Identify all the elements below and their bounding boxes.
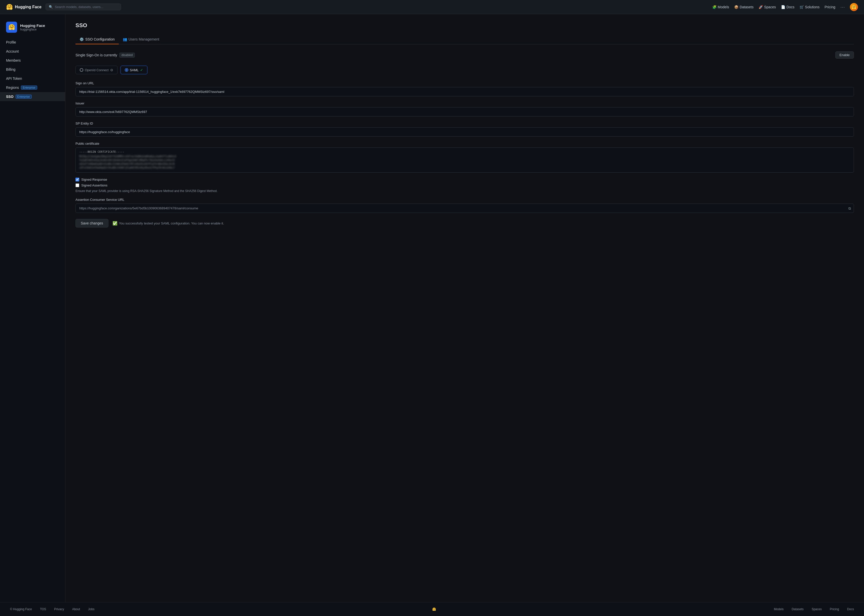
sidebar-item-sso[interactable]: SSO Enterprise xyxy=(0,92,65,101)
public-cert-label: Public certificate xyxy=(75,141,854,145)
search-icon: 🔍 xyxy=(49,5,53,9)
nav-datasets[interactable]: 📦 Datasets xyxy=(734,5,754,9)
cert-blurred-content: MIIDpjCCAo6gAwIBAgIGAY762QMMStz697xkJhQ8… xyxy=(79,154,850,170)
sidebar-item-members[interactable]: Members xyxy=(0,56,65,65)
header: 🤗 Hugging Face 🔍 Search models, datasets… xyxy=(0,0,864,14)
footer-datasets[interactable]: Datasets xyxy=(792,607,804,611)
search-placeholder: Search models, datasets, users... xyxy=(55,5,104,9)
sidebar-handle: huggingface xyxy=(20,28,45,31)
footer-about[interactable]: About xyxy=(72,607,80,611)
more-options-icon[interactable]: ⋯ xyxy=(840,4,845,10)
sp-entity-id-label: SP Entity ID xyxy=(75,121,854,125)
public-cert-container[interactable]: -----BEGIN CERTIFICATE----- MIIDpjCCAo6g… xyxy=(75,148,854,173)
nav-models[interactable]: 🧩 Models xyxy=(712,5,729,9)
sidebar-navigation: Profile Account Members Billing API Toke… xyxy=(0,38,65,101)
nav-solutions[interactable]: 🛒 Solutions xyxy=(800,5,820,9)
acs-url-label: Assertion Consumer Service URL xyxy=(75,198,854,201)
sso-status-text: Single Sign-On is currently disabled xyxy=(75,53,135,58)
tabs: ⚙️ SSO Configuration 👥 Users Management xyxy=(75,35,854,44)
footer-privacy[interactable]: Privacy xyxy=(54,607,64,611)
sidebar-item-billing[interactable]: Billing xyxy=(0,65,65,74)
search-bar[interactable]: 🔍 Search models, datasets, users... xyxy=(46,3,121,10)
sidebar-user: 🤗 Hugging Face huggingface xyxy=(0,19,65,38)
cert-header: -----BEGIN CERTIFICATE----- xyxy=(79,150,850,154)
copy-icon[interactable]: ⧉ xyxy=(848,206,851,211)
footer-tos[interactable]: TOS xyxy=(40,607,46,611)
footer-emoji: 🤗 xyxy=(432,607,436,611)
acs-url-input[interactable] xyxy=(75,204,854,213)
enable-button[interactable]: Enable xyxy=(835,51,854,59)
protocol-selector: OpenId Connect ⊖ SAML ✓ xyxy=(75,66,854,74)
header-nav: 🧩 Models 📦 Datasets 🚀 Spaces 📄 Docs 🛒 So… xyxy=(712,3,858,11)
sidebar-username: Hugging Face xyxy=(20,24,45,28)
main-content: SSO ⚙️ SSO Configuration 👥 Users Managem… xyxy=(65,14,864,602)
signed-assertions-label: Signed Assertions xyxy=(81,184,107,187)
sso-status-row: Single Sign-On is currently disabled Ena… xyxy=(75,51,854,59)
sidebar-item-api-token[interactable]: API Token xyxy=(0,74,65,83)
issuer-label: Issuer xyxy=(75,101,854,105)
signed-response-label: Signed Response xyxy=(81,178,107,181)
nav-docs[interactable]: 📄 Docs xyxy=(781,5,795,9)
main-layout: 🤗 Hugging Face huggingface Profile Accou… xyxy=(0,14,864,602)
acs-url-group: Assertion Consumer Service URL ⧉ xyxy=(75,198,854,213)
footer-pricing[interactable]: Pricing xyxy=(830,607,839,611)
page-title: SSO xyxy=(75,22,854,29)
tab-users-management[interactable]: 👥 Users Management xyxy=(119,35,163,44)
success-icon: ✅ xyxy=(113,221,118,226)
footer-copyright: © Hugging Face xyxy=(10,607,32,611)
sidebar: 🤗 Hugging Face huggingface Profile Accou… xyxy=(0,14,65,602)
save-row: Save changes ✅ You successfully tested y… xyxy=(75,219,854,228)
tab-sso-configuration[interactable]: ⚙️ SSO Configuration xyxy=(75,35,119,44)
users-icon: 👥 xyxy=(123,37,127,41)
public-cert-group: Public certificate -----BEGIN CERTIFICAT… xyxy=(75,141,854,173)
footer: © Hugging Face TOS Privacy About Jobs 🤗 … xyxy=(0,602,864,616)
acs-url-wrapper: ⧉ xyxy=(75,204,854,213)
openid-status-icon: ⊖ xyxy=(110,68,113,72)
footer-jobs[interactable]: Jobs xyxy=(88,607,94,611)
signed-response-checkbox[interactable] xyxy=(75,178,79,181)
signed-assertions-group: Signed Assertions xyxy=(75,184,854,187)
sign-on-url-input[interactable] xyxy=(75,87,854,96)
nav-spaces[interactable]: 🚀 Spaces xyxy=(759,5,776,9)
issuer-group: Issuer xyxy=(75,101,854,116)
gear-icon: ⚙️ xyxy=(80,37,84,41)
sign-on-url-group: Sign on URL xyxy=(75,81,854,96)
sp-entity-id-group: SP Entity ID xyxy=(75,121,854,137)
save-changes-button[interactable]: Save changes xyxy=(75,219,108,228)
issuer-input[interactable] xyxy=(75,107,854,116)
signed-assertions-checkbox[interactable] xyxy=(75,184,79,187)
footer-spaces[interactable]: Spaces xyxy=(812,607,822,611)
sidebar-item-regions[interactable]: Regions Enterprise xyxy=(0,83,65,92)
footer-models[interactable]: Models xyxy=(774,607,784,611)
sign-on-url-label: Sign on URL xyxy=(75,81,854,85)
signed-response-group: Signed Response xyxy=(75,178,854,181)
signature-hint: Ensure that your SAML provider is using … xyxy=(75,189,854,193)
logo-text: Hugging Face xyxy=(15,5,41,9)
sidebar-item-account[interactable]: Account xyxy=(0,47,65,56)
success-message: ✅ You successfully tested your SAML conf… xyxy=(113,221,224,226)
logo[interactable]: 🤗 Hugging Face xyxy=(6,4,41,10)
sso-enterprise-badge: Enterprise xyxy=(16,94,32,99)
logo-emoji: 🤗 xyxy=(6,4,13,10)
dataset-icon: 📦 xyxy=(734,5,738,9)
protocol-saml[interactable]: SAML ✓ xyxy=(121,66,148,74)
sidebar-item-profile[interactable]: Profile xyxy=(0,38,65,47)
solutions-icon: 🛒 xyxy=(800,5,804,9)
sp-entity-id-input[interactable] xyxy=(75,127,854,137)
openid-radio[interactable] xyxy=(80,68,83,72)
regions-enterprise-badge: Enterprise xyxy=(21,86,37,90)
protocol-openid[interactable]: OpenId Connect ⊖ xyxy=(75,66,118,74)
sidebar-avatar: 🤗 xyxy=(6,22,17,33)
footer-docs[interactable]: Docs xyxy=(847,607,854,611)
user-avatar[interactable]: 🤗 xyxy=(850,3,858,11)
sso-disabled-badge: disabled xyxy=(119,53,135,58)
saml-radio[interactable] xyxy=(125,68,128,72)
docs-icon: 📄 xyxy=(781,5,785,9)
spaces-icon: 🚀 xyxy=(759,5,763,9)
saml-check-icon: ✓ xyxy=(140,68,143,72)
nav-pricing[interactable]: Pricing xyxy=(825,5,835,9)
model-icon: 🧩 xyxy=(712,5,716,9)
